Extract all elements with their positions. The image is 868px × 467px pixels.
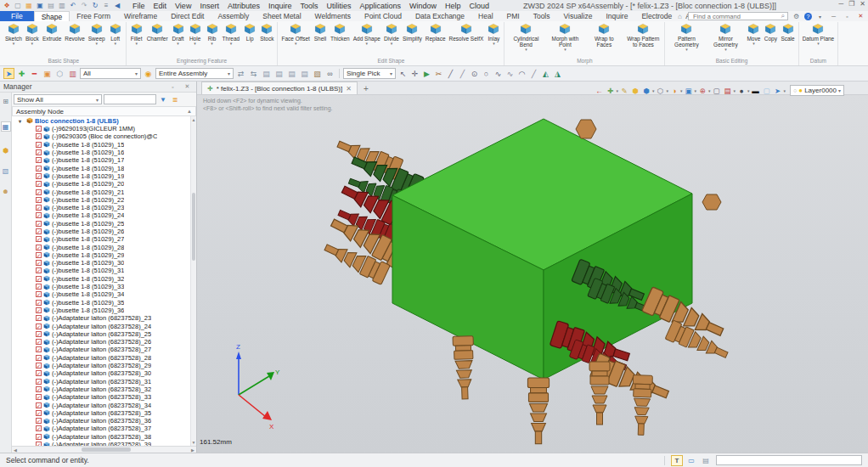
ribbon-button-wrap-pattern-to-faces[interactable]: Wrap Pattern to Faces bbox=[623, 22, 662, 48]
scroll-down-arrow-icon[interactable]: ▼ bbox=[191, 439, 196, 446]
checkbox-checked-icon[interactable]: ✓ bbox=[36, 379, 42, 385]
tree-item[interactable]: ✓(-)Adaptateur laiton (68237528)_36 bbox=[12, 417, 190, 425]
menu-edit[interactable]: Edit bbox=[149, 2, 172, 10]
lasso-select-icon[interactable]: ⬡ bbox=[54, 68, 65, 79]
ribbon-button-chamfer[interactable]: Chamfer bbox=[145, 22, 170, 42]
hex-plug[interactable] bbox=[702, 194, 721, 210]
tab-close-icon[interactable]: ✕ bbox=[346, 85, 352, 93]
checkbox-checked-icon[interactable]: ✓ bbox=[36, 315, 42, 321]
tree-item[interactable]: ✓(-)96290193(GICLEUR 1MM) bbox=[12, 125, 190, 132]
tree-item[interactable]: ✓(-)busette 1-8 (51029)_17 bbox=[12, 156, 190, 164]
ribbon-tab-tools[interactable]: Tools bbox=[527, 11, 557, 21]
ribbon-tab-inquire[interactable]: Inquire bbox=[599, 11, 634, 21]
ribbon-button-cylindrical-bend[interactable]: Cylindrical Bend▾ bbox=[506, 22, 545, 52]
help-caret-icon[interactable]: ▾ bbox=[814, 11, 826, 22]
tree-item[interactable]: ✓(-)busette 1-8 (51029)_31 bbox=[12, 267, 190, 274]
ribbon-tab-free-form[interactable]: Free Form bbox=[70, 11, 117, 21]
ribbon-tab-weldments[interactable]: Weldments bbox=[308, 11, 358, 21]
hex-plug[interactable] bbox=[576, 120, 596, 138]
tree-item[interactable]: ✓(-)busette 1-8 (51029)_15 bbox=[12, 141, 190, 149]
tree-item[interactable]: ✓(-)busette 1-8 (51029)_34 bbox=[12, 290, 190, 298]
tree-item[interactable]: ✓(-)Adaptateur laiton (68237528)_33 bbox=[12, 393, 190, 401]
menu-attributes[interactable]: Attributes bbox=[223, 2, 264, 10]
snap-face2-icon[interactable]: ◮ bbox=[552, 68, 563, 79]
checkbox-checked-icon[interactable]: ✓ bbox=[36, 236, 42, 242]
reference-doc3-icon[interactable]: ▤ bbox=[286, 68, 297, 79]
checkbox-checked-icon[interactable]: ✓ bbox=[36, 284, 42, 290]
ribbon-button-hole[interactable]: Hole▾ bbox=[187, 22, 204, 46]
menu-utilities[interactable]: Utilities bbox=[322, 2, 355, 10]
ribbon-tab-visualize[interactable]: Visualize bbox=[557, 11, 600, 21]
restore-button[interactable]: ❐ bbox=[848, 0, 854, 8]
ribbon-button-add-shape[interactable]: Add Shape▾ bbox=[352, 22, 382, 46]
ribbon-button-face-offset[interactable]: Face Offset▾ bbox=[279, 22, 311, 46]
manager-tab-solid[interactable]: ⬢ bbox=[1, 145, 11, 155]
tree-item[interactable]: ✓(-)busette 1-8 (51029)_23 bbox=[12, 204, 190, 211]
print-icon[interactable]: ▤ bbox=[47, 0, 55, 11]
new-file-icon[interactable]: ▢ bbox=[14, 0, 22, 11]
tree-item[interactable]: ✓(-)Adaptateur laiton (68237528)_32 bbox=[12, 385, 190, 393]
ribbon-tab-sheet-metal[interactable]: Sheet Metal bbox=[256, 11, 307, 21]
ribbon-tab-point-cloud[interactable]: Point Cloud bbox=[358, 11, 409, 21]
hose-fitting-brass[interactable] bbox=[631, 375, 652, 436]
tree-horizontal-scrollbar[interactable]: ◀ ▶ bbox=[12, 446, 196, 453]
panel-toggle-icon[interactable]: ▤ bbox=[700, 455, 712, 466]
selection-filter-dropdown[interactable]: All▾ bbox=[80, 68, 141, 79]
tree-item[interactable]: ✓(-)busette 1-8 (51029)_26 bbox=[12, 228, 190, 235]
remove-selection-icon[interactable]: ━ bbox=[29, 68, 40, 79]
tree-item[interactable]: ✓(-)Adaptateur laiton (68237528)_26 bbox=[12, 338, 190, 346]
ribbon-button-datum-plane[interactable]: Datum Plane▾ bbox=[801, 22, 837, 46]
checkbox-checked-icon[interactable]: ✓ bbox=[36, 149, 42, 155]
checkbox-checked-icon[interactable]: ✓ bbox=[36, 324, 42, 329]
undo-icon[interactable]: ↶ bbox=[69, 0, 77, 11]
tree-item[interactable]: ✓(-)busette 1-8 (51029)_20 bbox=[12, 180, 190, 188]
checkbox-checked-icon[interactable]: ✓ bbox=[36, 142, 42, 148]
checkbox-checked-icon[interactable]: ✓ bbox=[36, 166, 42, 172]
checkbox-checked-icon[interactable]: ✓ bbox=[36, 418, 42, 424]
ribbon-button-block[interactable]: Block▾ bbox=[24, 22, 41, 46]
tree-item[interactable]: ✓(-)busette 1-8 (51029)_21 bbox=[12, 188, 190, 195]
material-icon[interactable]: ● bbox=[736, 86, 747, 96]
layer-dropdown[interactable]: ○ ● Layer0000 ▾ bbox=[790, 85, 844, 96]
scrollbar-thumb[interactable] bbox=[192, 193, 195, 261]
ribbon-button-simplify[interactable]: Simplify bbox=[401, 22, 424, 42]
menu-file[interactable]: File bbox=[128, 2, 149, 10]
tree-item[interactable]: ✓(-)busette 1-8 (51029)_36 bbox=[12, 307, 190, 314]
checkbox-checked-icon[interactable]: ✓ bbox=[36, 252, 42, 258]
tree-item[interactable]: ✓(-)Adaptateur laiton (68237528)_30 bbox=[12, 369, 190, 377]
ribbon-minimize-icon[interactable]: ─ bbox=[828, 11, 839, 22]
ribbon-button-revolve[interactable]: Revolve bbox=[63, 22, 86, 42]
rotate-target-icon[interactable]: ⊕ bbox=[697, 86, 707, 96]
minimize-button[interactable]: ─ bbox=[838, 0, 843, 8]
checkbox-checked-icon[interactable]: ✓ bbox=[36, 434, 42, 440]
dock-panel-icon[interactable]: ▫ bbox=[167, 82, 178, 93]
constraint-link-icon[interactable]: ⇄ bbox=[235, 68, 246, 79]
selection-scope-dropdown[interactable]: Entire Assembly▾ bbox=[155, 68, 234, 79]
checkbox-checked-icon[interactable]: ✓ bbox=[36, 197, 42, 203]
tree-item[interactable]: ✓(-)busette 1-8 (51029)_33 bbox=[12, 283, 190, 290]
snap-point-icon[interactable]: ✛ bbox=[409, 68, 420, 79]
ribbon-button-morph-with-point[interactable]: Morph with Point▾ bbox=[545, 22, 584, 52]
checkbox-checked-icon[interactable]: ✓ bbox=[36, 402, 42, 408]
customize-icon[interactable]: ≡ bbox=[102, 0, 110, 11]
assembly-context-icon[interactable]: ◉ bbox=[143, 68, 154, 79]
ribbon-button-fillet[interactable]: Fillet▾ bbox=[128, 22, 145, 46]
tree-item[interactable]: ✓(-)busette 1-8 (51029)_22 bbox=[12, 196, 190, 204]
ribbon-tab-data-exchange[interactable]: Data Exchange bbox=[409, 11, 471, 21]
new-tab-button[interactable]: + bbox=[364, 84, 369, 93]
part-stats-icon[interactable]: ▥ bbox=[67, 68, 78, 79]
ribbon-button-lip[interactable]: Lip bbox=[241, 22, 258, 42]
ribbon-button-wrap-to-faces[interactable]: Wrap to Faces bbox=[584, 22, 623, 48]
document-tab[interactable]: ✛ * felix-1.Z3 - [Bloc connection 1-8 (U… bbox=[201, 82, 358, 94]
ribbon-button-move[interactable]: Move▾ bbox=[745, 22, 762, 46]
black-swatch-icon[interactable]: ▬ bbox=[751, 86, 761, 96]
ribbon-tab-heal[interactable]: Heal bbox=[471, 11, 499, 21]
manager-tab-regen[interactable]: ⊞ bbox=[1, 96, 11, 106]
tree-item[interactable]: ✓(-)busette 1-8 (51029)_30 bbox=[12, 259, 190, 267]
tree-item[interactable]: ✓(-)busette 1-8 (51029)_29 bbox=[12, 251, 190, 259]
hatch-icon[interactable]: ▤ bbox=[723, 86, 733, 96]
app-logo-icon[interactable]: ❖ bbox=[3, 0, 11, 11]
exit-environment-icon[interactable]: ← bbox=[594, 86, 604, 96]
checkbox-checked-icon[interactable]: ✓ bbox=[36, 245, 42, 250]
menu-help[interactable]: Help bbox=[441, 2, 465, 10]
